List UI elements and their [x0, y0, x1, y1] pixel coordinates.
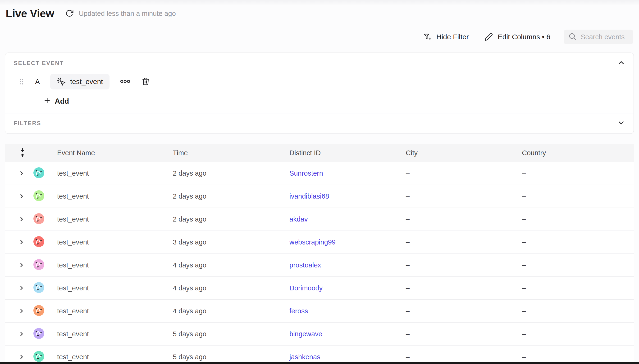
user-avatar — [34, 328, 44, 339]
distinct-id-link[interactable]: jashkenas — [289, 353, 320, 361]
collapse-select-event-button[interactable] — [617, 59, 625, 67]
user-avatar — [34, 190, 44, 201]
expand-row-icon[interactable] — [19, 262, 25, 268]
edit-columns-button[interactable]: Edit Columns • 6 — [485, 33, 550, 41]
city-cell: – — [406, 353, 522, 361]
distinct-id-link[interactable]: feross — [289, 307, 308, 315]
expand-row-icon[interactable] — [19, 308, 25, 314]
query-builder-card: SELECT EVENT A test_event — [5, 52, 634, 134]
chevron-up-icon — [617, 59, 625, 67]
expand-row-icon[interactable] — [19, 331, 25, 337]
chevron-down-icon — [617, 119, 625, 127]
top-edge — [0, 0, 639, 6]
user-avatar — [34, 236, 44, 247]
event-name-cell: test_event — [57, 284, 173, 292]
more-options-button[interactable] — [118, 78, 132, 86]
user-avatar — [34, 282, 44, 293]
distinct-id-link[interactable]: ivandiblasi68 — [289, 192, 329, 200]
expand-row-icon[interactable] — [19, 193, 25, 199]
viewport-bottom-edge — [0, 362, 639, 364]
events-table: Event Name Time Distinct ID City Country… — [5, 144, 634, 364]
delete-event-button[interactable] — [140, 76, 151, 88]
cursor-click-icon — [57, 77, 66, 86]
updated-status: Updated less than a minute ago — [79, 10, 176, 18]
time-cell: 4 days ago — [173, 261, 289, 269]
select-event-label: SELECT EVENT — [14, 60, 64, 66]
expand-row-icon[interactable] — [19, 354, 25, 360]
time-cell: 2 days ago — [173, 170, 289, 177]
city-cell: – — [406, 284, 522, 292]
expand-row-icon[interactable] — [19, 216, 25, 222]
toolbar: Hide Filter Edit Columns • 6 — [423, 29, 633, 44]
city-cell: – — [406, 307, 522, 315]
three-dots-icon — [120, 80, 130, 84]
time-cell: 5 days ago — [173, 353, 289, 361]
distinct-id-link[interactable]: prostoalex — [289, 261, 321, 269]
event-letter: A — [35, 78, 41, 86]
country-cell: – — [522, 261, 634, 269]
table-row[interactable]: test_event 4 days ago Dorimoody – – — [5, 277, 634, 300]
col-header-time[interactable]: Time — [173, 149, 289, 157]
search-input[interactable] — [581, 33, 629, 41]
time-cell: 3 days ago — [173, 238, 289, 246]
refresh-icon — [65, 9, 74, 18]
expand-row-icon[interactable] — [19, 285, 25, 291]
refresh-button[interactable] — [65, 9, 74, 18]
col-header-country[interactable]: Country — [522, 149, 634, 157]
time-cell: 4 days ago — [173, 307, 289, 315]
col-header-distinct-id[interactable]: Distinct ID — [289, 149, 406, 157]
trash-icon — [141, 77, 150, 86]
country-cell: – — [522, 238, 634, 246]
hide-filter-label: Hide Filter — [436, 33, 469, 41]
country-cell: – — [522, 284, 634, 292]
expand-row-icon[interactable] — [19, 170, 25, 176]
add-event-button[interactable]: Add — [43, 96, 69, 106]
table-row[interactable]: test_event 2 days ago ivandiblasi68 – – — [5, 185, 634, 208]
drag-handle-icon[interactable] — [18, 78, 25, 86]
page-title: Live View — [6, 7, 54, 20]
city-cell: – — [406, 261, 522, 269]
user-avatar — [34, 351, 44, 362]
col-header-event-name[interactable]: Event Name — [57, 149, 173, 157]
table-row[interactable]: test_event 5 days ago jashkenas – – — [5, 346, 634, 364]
col-header-city[interactable]: City — [406, 149, 522, 157]
user-avatar — [34, 167, 44, 178]
collapse-all-rows-button[interactable] — [19, 147, 27, 159]
distinct-id-link[interactable]: bingewave — [289, 330, 322, 338]
event-select-button[interactable]: test_event — [50, 74, 109, 90]
hide-filter-button[interactable]: Hide Filter — [423, 33, 469, 41]
plus-icon — [43, 96, 51, 106]
distinct-id-link[interactable]: Sunrostern — [289, 170, 323, 177]
table-row[interactable]: test_event 4 days ago prostoalex – – — [5, 254, 634, 277]
event-name-cell: test_event — [57, 238, 173, 246]
distinct-id-link[interactable]: webscraping99 — [289, 238, 336, 246]
table-row[interactable]: test_event 2 days ago akdav – – — [5, 208, 634, 231]
search-icon — [568, 32, 576, 42]
expand-row-icon[interactable] — [19, 239, 25, 245]
collapse-vertical-icon — [19, 147, 27, 159]
table-row[interactable]: test_event 2 days ago Sunrostern – – — [5, 162, 634, 185]
event-row: A test_event — [14, 74, 625, 90]
table-row[interactable]: test_event 4 days ago feross – – — [5, 300, 634, 322]
filters-section: FILTERS — [5, 114, 633, 134]
distinct-id-link[interactable]: Dorimoody — [289, 284, 323, 292]
distinct-id-link[interactable]: akdav — [289, 215, 308, 223]
city-cell: – — [406, 192, 522, 200]
search-events-box[interactable] — [564, 30, 633, 44]
expand-filters-button[interactable] — [617, 119, 625, 127]
country-cell: – — [522, 330, 634, 338]
city-cell: – — [406, 238, 522, 246]
country-cell: – — [522, 307, 634, 315]
user-avatar — [34, 305, 44, 316]
edit-columns-label: Edit Columns • 6 — [498, 33, 550, 41]
user-avatar — [34, 213, 44, 224]
table-row[interactable]: test_event 5 days ago bingewave – – — [5, 322, 634, 346]
pencil-icon — [485, 33, 493, 41]
event-name-cell: test_event — [57, 307, 173, 315]
add-label: Add — [55, 97, 69, 106]
city-cell: – — [406, 330, 522, 338]
event-name-cell: test_event — [57, 215, 173, 223]
event-name-cell: test_event — [57, 170, 173, 177]
country-cell: – — [522, 353, 634, 361]
table-row[interactable]: test_event 3 days ago webscraping99 – – — [5, 231, 634, 254]
